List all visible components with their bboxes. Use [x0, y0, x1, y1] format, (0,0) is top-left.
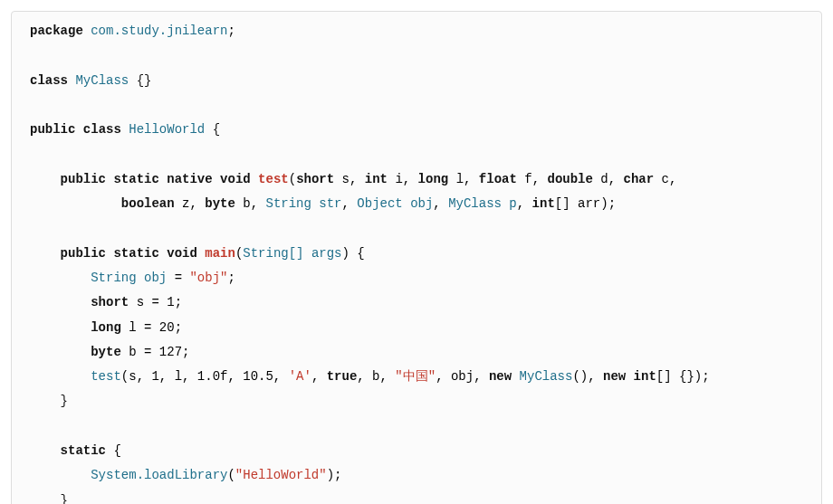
args: String[] args — [243, 246, 341, 261]
comma: , — [433, 196, 448, 211]
comma: , — [464, 172, 479, 186]
kw-public: public — [30, 122, 75, 137]
type-long: long — [418, 172, 449, 186]
class-name-myclass: MyClass — [75, 73, 129, 88]
type-double: double — [547, 172, 592, 186]
kw-void: void — [220, 172, 251, 186]
indent — [30, 394, 61, 408]
indent — [30, 369, 91, 384]
kw-native: native — [167, 172, 212, 186]
kw-short: short — [91, 295, 129, 309]
var-i: i — [395, 172, 402, 186]
indent — [30, 271, 91, 285]
type-object: Object obj — [357, 196, 433, 211]
code-block: package com.study.jnilearn; class MyClas… — [11, 11, 822, 504]
comma: , — [251, 196, 266, 211]
indent — [30, 295, 91, 309]
type-int: int — [532, 196, 555, 211]
comma: , — [608, 172, 624, 186]
arr: [] arr — [555, 196, 600, 211]
str-helloworld: "HelloWorld" — [235, 468, 327, 482]
var-f: f — [524, 172, 531, 186]
var-l: l — [456, 172, 464, 186]
kw-long: long — [91, 320, 121, 335]
assign-l: l = 20; — [121, 320, 182, 335]
args-nums: s, 1, l, 1.0f, 10.5, — [129, 369, 288, 384]
open-brace: { — [213, 122, 220, 137]
indent — [30, 246, 61, 261]
kw-class: class — [83, 122, 121, 137]
kw-package: package — [30, 24, 83, 38]
call-test: test — [91, 369, 121, 384]
str-cn: "中国" — [395, 369, 436, 384]
var-c: c — [662, 172, 669, 186]
fn-main: main — [205, 246, 235, 261]
assign-s: s = 1; — [129, 295, 182, 309]
type-myclass: MyClass p — [448, 196, 517, 211]
open-paren: ( — [227, 468, 235, 482]
close-paren: ); — [327, 468, 342, 482]
comma: , — [669, 172, 676, 186]
type-int: int — [365, 172, 388, 186]
class-name-helloworld: HelloWorld — [129, 122, 205, 137]
decl-string: String obj — [91, 271, 167, 285]
tail: [] {}); — [656, 369, 710, 384]
open-brace: { — [106, 443, 121, 458]
kw-new: new — [489, 369, 512, 384]
comma: , — [403, 172, 418, 186]
type-float: float — [479, 172, 517, 186]
kw-static: static — [113, 246, 158, 261]
close-brace: } — [61, 493, 68, 504]
kw-byte: byte — [91, 345, 121, 359]
comma: , — [311, 369, 327, 384]
code-content: package com.study.jnilearn; class MyClas… — [30, 19, 803, 504]
type-byte: byte — [205, 196, 235, 211]
semi: ; — [227, 271, 235, 285]
close-brace: } — [61, 394, 68, 408]
indent — [30, 468, 91, 482]
kw-static: static — [113, 172, 158, 186]
assign-b: b = 127; — [121, 345, 190, 359]
indent — [30, 443, 61, 458]
kw-new: new — [603, 369, 626, 384]
var-d: d — [600, 172, 608, 186]
parens: (), — [572, 369, 603, 384]
fn-test: test — [258, 172, 289, 186]
indent — [30, 172, 61, 186]
kw-void: void — [167, 246, 197, 261]
kw-public: public — [61, 172, 106, 186]
braces: {} — [137, 73, 152, 88]
type-int: int — [626, 369, 656, 384]
type-char: char — [624, 172, 655, 186]
open-paren: ( — [289, 172, 296, 186]
type-short: short — [296, 172, 334, 186]
call-loadlib: System.loadLibrary — [91, 468, 227, 482]
comma-obj: , obj, — [436, 369, 489, 384]
eq: = — [167, 271, 189, 285]
var-b: b — [243, 196, 250, 211]
comma: , — [517, 196, 532, 211]
close-paren-brace: ) { — [342, 246, 365, 261]
kw-public: public — [61, 246, 106, 261]
type-boolean: boolean — [121, 196, 175, 211]
str-obj: "obj" — [189, 271, 227, 285]
indent — [30, 493, 61, 504]
comma: , — [349, 172, 365, 186]
comma: , — [532, 172, 548, 186]
char-a: 'A' — [289, 369, 311, 384]
kw-class: class — [30, 73, 68, 88]
close-paren: ); — [600, 196, 616, 211]
kw-static: static — [61, 443, 106, 458]
comma: , — [342, 196, 358, 211]
var-s: s — [342, 172, 349, 186]
kw-true: true — [327, 369, 358, 384]
open-paren: ( — [121, 369, 129, 384]
indent — [30, 320, 91, 335]
comma-b: , b, — [357, 369, 395, 384]
indent — [30, 196, 121, 211]
indent — [30, 345, 91, 359]
type-string: String str — [266, 196, 342, 211]
semi: ; — [227, 24, 235, 38]
type-myclass: MyClass — [512, 369, 572, 384]
package-name: com.study.jnilearn — [91, 24, 227, 38]
